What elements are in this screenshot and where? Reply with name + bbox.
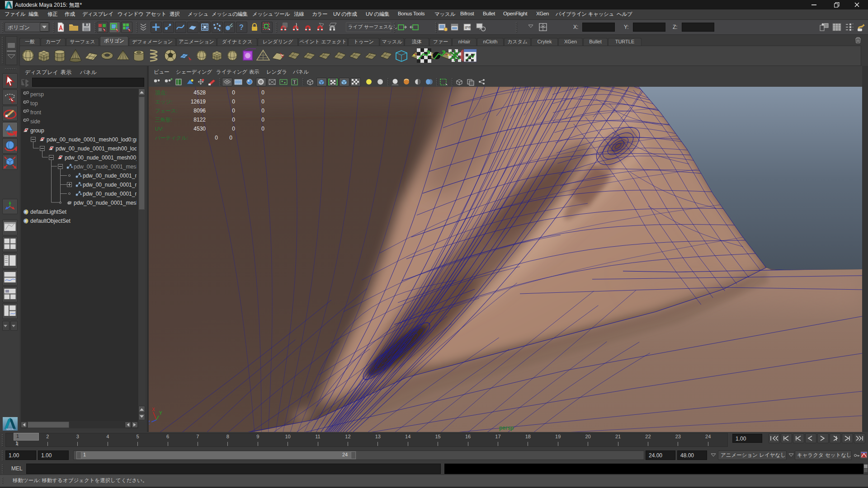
svg-text:UV:: UV: <box>155 126 164 131</box>
svg-text:パーティクル:: パーティクル: <box>155 135 189 141</box>
svg-text:0: 0 <box>261 89 264 96</box>
svg-text:フェース:: フェース: <box>155 108 178 113</box>
svg-text:0: 0 <box>232 99 235 105</box>
svg-text:IPR: IPR <box>465 25 472 30</box>
svg-text:X: X <box>152 407 155 412</box>
svg-text:エッジ:: エッジ: <box>155 99 173 104</box>
svg-text:?: ? <box>239 23 244 31</box>
svg-text:persp: persp <box>499 425 514 431</box>
svg-text:12619: 12619 <box>191 99 206 105</box>
svg-text:三角形:: 三角形: <box>155 117 172 122</box>
svg-text:0: 0 <box>232 126 235 132</box>
svg-text:MAYA: MAYA <box>6 428 14 431</box>
svg-text:0: 0 <box>232 108 235 114</box>
svg-text:0: 0 <box>261 117 264 123</box>
svg-text:Y: Y <box>159 411 162 416</box>
svg-text:0: 0 <box>261 99 264 105</box>
svg-text:0: 0 <box>261 108 264 114</box>
svg-text:8122: 8122 <box>193 117 206 123</box>
svg-text:4530: 4530 <box>193 126 206 132</box>
svg-text:頂点:: 頂点: <box>155 90 167 95</box>
svg-text:0: 0 <box>229 135 232 141</box>
svg-text:0: 0 <box>215 135 218 141</box>
svg-text:T: T <box>293 80 296 85</box>
svg-text:Z: Z <box>149 420 150 425</box>
svg-text:8096: 8096 <box>193 108 206 114</box>
svg-text:4528: 4528 <box>193 89 206 96</box>
svg-text:0: 0 <box>261 126 264 132</box>
svg-text:0: 0 <box>232 89 235 96</box>
svg-text:0: 0 <box>232 117 235 123</box>
